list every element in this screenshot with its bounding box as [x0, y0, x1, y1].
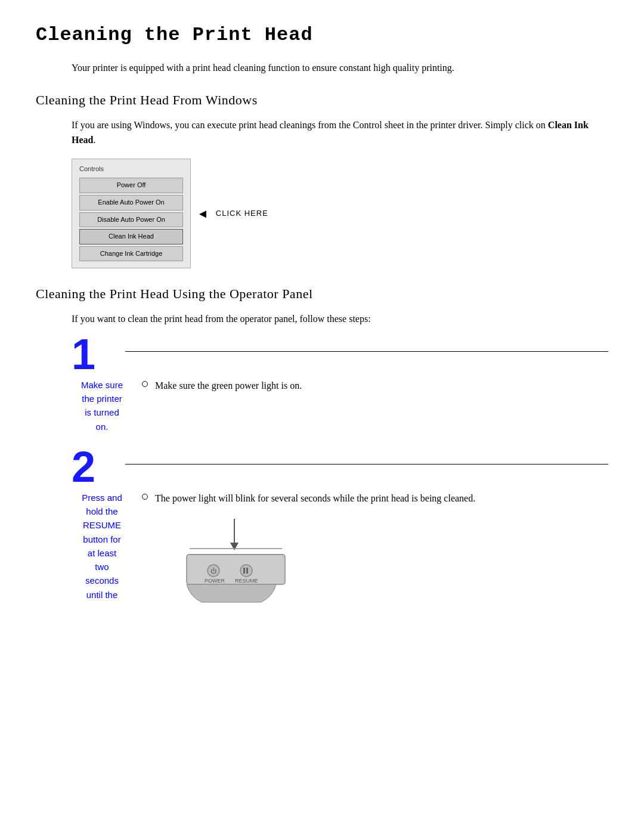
cp-btn-power-off: Power Off [79, 178, 183, 193]
step2-side-label: Press andhold theRESUMEbutton forat leas… [72, 491, 137, 602]
intro-paragraph: Your printer is equipped with a print he… [72, 60, 608, 76]
steps-container: 1 Make surethe printeris turnedon. Make … [72, 333, 608, 611]
step1-bullet-list: Make sure the green power light is on. [142, 378, 608, 394]
step2-number: 2 [72, 445, 119, 488]
control-panel-box: Controls Power Off Enable Auto Power On … [72, 159, 191, 269]
svg-text:⏻: ⏻ [210, 568, 216, 574]
click-here-label: CLICK HERE [216, 208, 268, 220]
step1-side-label: Make surethe printeris turnedon. [72, 378, 137, 433]
cp-btn-clean-ink: Clean Ink Head [79, 229, 183, 244]
bullet-circle-2-icon [142, 494, 148, 500]
section2-heading: Cleaning the Print Head Using the Operat… [36, 286, 608, 302]
control-panel-image: Controls Power Off Enable Auto Power On … [72, 159, 608, 269]
step2-bullet-item: The power light will blink for several s… [142, 491, 608, 506]
page-title: Cleaning the Print Head [36, 24, 608, 46]
step1-header: 1 [72, 333, 608, 376]
step2-content: The power light will blink for several s… [137, 491, 608, 611]
click-here-arrow: ◄ CLICK HERE [197, 204, 268, 223]
step1-divider-line [125, 351, 608, 352]
cp-btn-change-ink: Change Ink Cartridge [79, 246, 183, 262]
section1-body: If you are using Windows, you can execut… [72, 117, 608, 148]
svg-marker-1 [230, 543, 239, 550]
step2-bullet-list: The power light will blink for several s… [142, 491, 608, 506]
svg-text:POWER: POWER [205, 578, 225, 584]
control-panel-title: Controls [79, 164, 183, 175]
svg-rect-10 [246, 568, 248, 574]
step-1: 1 Make surethe printeris turnedon. Make … [72, 333, 608, 433]
bullet-circle-icon [142, 381, 148, 387]
step2-body: Press andhold theRESUMEbutton forat leas… [72, 491, 608, 611]
step1-number: 1 [72, 333, 119, 376]
section-operator-panel: Cleaning the Print Head Using the Operat… [36, 286, 608, 611]
svg-rect-9 [243, 568, 245, 574]
step2-divider-line [125, 464, 608, 465]
printer-svg: ⏻ POWER RESUME [142, 516, 321, 611]
arrow-icon: ◄ [197, 204, 209, 223]
step1-bullet-text: Make sure the green power light is on. [155, 378, 302, 394]
cp-btn-enable-auto: Enable Auto Power On [79, 195, 183, 210]
step2-bullet-text: The power light will blink for several s… [155, 491, 475, 506]
svg-text:RESUME: RESUME [235, 578, 258, 584]
step-2: 2 Press andhold theRESUMEbutton forat le… [72, 445, 608, 611]
cp-btn-disable-auto: Disable Auto Power On [79, 212, 183, 228]
step2-header: 2 [72, 445, 608, 488]
printer-illustration: ⏻ POWER RESUME [142, 516, 321, 611]
step1-bullet-item: Make sure the green power light is on. [142, 378, 608, 394]
section2-intro: If you want to clean the print head from… [72, 311, 608, 327]
section1-heading: Cleaning the Print Head From Windows [36, 92, 608, 108]
step1-body: Make surethe printeris turnedon. Make su… [72, 378, 608, 433]
section-windows: Cleaning the Print Head From Windows If … [36, 92, 608, 269]
step1-content: Make sure the green power light is on. [137, 378, 608, 398]
